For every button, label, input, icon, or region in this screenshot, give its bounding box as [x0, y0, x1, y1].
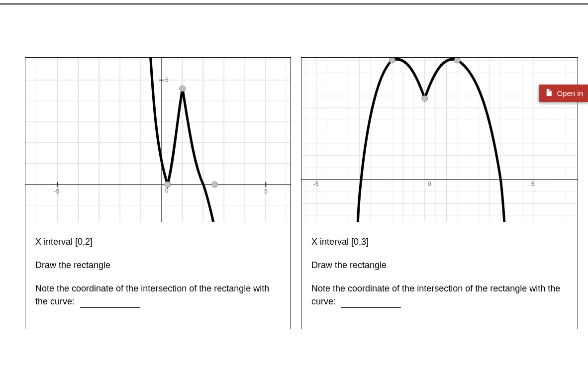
- exercise-panel-right: -5 5 0 X interval [0,3] Draw the rectang…: [301, 57, 578, 329]
- curve-marker: [165, 182, 171, 188]
- open-in-label: Open in: [557, 89, 583, 97]
- curve-marker: [454, 58, 460, 63]
- interval-text: X interval [0,3]: [311, 236, 568, 248]
- axis-label: 5: [264, 188, 268, 195]
- axis-label: 5: [165, 77, 169, 84]
- pdf-icon: [545, 89, 553, 98]
- axis-label: 5: [531, 181, 535, 188]
- exercise-panel-left: -5 5 0 5 X interval [0,2] Draw the recta…: [25, 57, 291, 329]
- draw-text: Draw the rectangle: [311, 259, 568, 272]
- worksheet-row: -5 5 0 5 X interval [0,2] Draw the recta…: [25, 57, 578, 329]
- interval-text: X interval [0,2]: [35, 236, 281, 248]
- note-text: Note the coordinate of the intersection …: [311, 283, 560, 306]
- curve-marker: [212, 182, 218, 188]
- draw-text: Draw the rectangle: [35, 259, 281, 272]
- note-text: Note the coordinate of the intersection …: [35, 283, 269, 306]
- exercise-text-left: X interval [0,2] Draw the rectangle Note…: [25, 222, 291, 329]
- curve-marker: [422, 95, 428, 101]
- answer-blank[interactable]: [341, 307, 401, 308]
- curve-marker: [180, 86, 186, 92]
- axis-label: -5: [313, 181, 319, 188]
- axis-label: 0: [165, 187, 169, 194]
- graph-left: -5 5 0 5: [25, 58, 291, 222]
- axis-label: 0: [428, 181, 431, 188]
- graph-right: -5 5 0: [301, 58, 578, 222]
- page-top-divider: [0, 3, 588, 4]
- curve-marker: [389, 58, 395, 63]
- answer-blank[interactable]: [80, 307, 140, 308]
- open-in-button[interactable]: Open in: [539, 85, 588, 102]
- exercise-text-right: X interval [0,3] Draw the rectangle Note…: [301, 222, 578, 329]
- axis-label: -5: [54, 188, 60, 195]
